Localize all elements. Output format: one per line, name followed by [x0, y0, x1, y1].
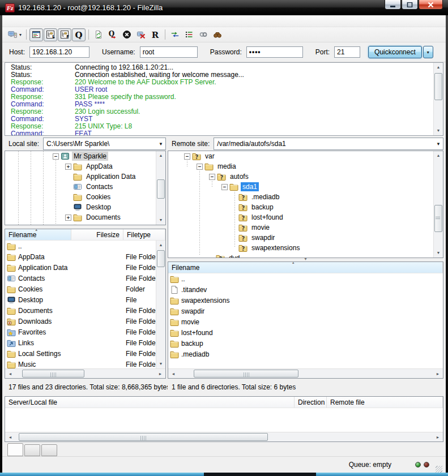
tree-item[interactable]: + Downloads — [5, 222, 165, 225]
toolbar-button[interactable]: Q — [72, 28, 86, 41]
scroll-down-icon[interactable]: ▼ — [156, 216, 165, 225]
tree-item[interactable]: − media — [168, 161, 443, 171]
tree-item[interactable]: ? movie — [168, 222, 443, 233]
scrollbar-thumb[interactable] — [157, 250, 165, 267]
port-input[interactable] — [334, 46, 360, 58]
quickconnect-dropdown-button[interactable]: ▼ — [423, 46, 433, 58]
expander-toggle[interactable]: − — [184, 153, 190, 160]
queue-tab[interactable] — [7, 443, 23, 456]
scroll-right-icon[interactable]: ► — [156, 369, 165, 378]
username-input[interactable] — [140, 46, 198, 58]
remote-site-combobox[interactable]: /var/media/autofs/sda1 ▼ — [214, 138, 443, 150]
scroll-left-icon[interactable]: ◄ — [169, 369, 178, 378]
close-button[interactable] — [419, 0, 443, 10]
file-row[interactable]: .titandev — [168, 284, 443, 295]
scroll-up-icon[interactable]: ▲ — [156, 241, 165, 250]
tree-item[interactable]: + Documents — [5, 212, 165, 222]
menu-item[interactable] — [46, 19, 57, 23]
expander-toggle[interactable]: + — [65, 225, 71, 226]
tree-item[interactable]: − ? var — [168, 151, 443, 161]
remote-tree-scrollbar[interactable]: ▲ ▼ — [433, 151, 443, 258]
remote-list-hscrollbar[interactable]: ◄ ► — [168, 368, 443, 378]
statusbar-icon[interactable] — [333, 460, 343, 469]
toolbar-button[interactable] — [197, 28, 210, 41]
menu-item[interactable] — [26, 19, 36, 23]
file-row[interactable]: movie — [168, 316, 443, 327]
menu-item[interactable] — [67, 19, 77, 23]
chevron-down-icon[interactable]: ▼ — [156, 141, 165, 147]
column-header[interactable]: ▲ Filename — [168, 262, 443, 273]
scroll-up-icon[interactable]: ▲ — [434, 151, 443, 160]
expander-toggle[interactable]: − — [221, 184, 228, 190]
column-header[interactable]: ▲ Filename — [5, 229, 71, 240]
column-header[interactable]: Server/Local file — [5, 397, 295, 408]
minimize-button[interactable] — [385, 0, 401, 10]
tree-item[interactable]: ? swapdir — [168, 233, 443, 243]
resize-grip[interactable] — [436, 466, 442, 473]
log-scrollbar[interactable]: ▲ ▼ — [433, 63, 443, 135]
scroll-left-icon[interactable]: ◄ — [6, 369, 15, 378]
scrollbar-thumb[interactable] — [157, 179, 165, 199]
file-row[interactable]: .mediadb — [168, 349, 443, 359]
menu-item[interactable] — [36, 19, 46, 23]
password-input[interactable] — [246, 46, 303, 58]
tree-item[interactable]: + AppData — [5, 161, 165, 171]
file-row[interactable]: Favorites File Folder — [5, 327, 165, 337]
file-row[interactable]: swapdir — [168, 306, 443, 316]
chevron-down-icon[interactable]: ▼ — [434, 141, 443, 147]
scroll-down-icon[interactable]: ▼ — [434, 248, 443, 258]
scroll-left-icon[interactable]: ◄ — [6, 432, 15, 441]
file-row[interactable]: Desktop File — [5, 294, 165, 305]
tree-item[interactable]: ? swapextensions — [168, 243, 443, 253]
toolbar-button[interactable] — [120, 28, 134, 41]
file-row[interactable]: Application Data File Folder — [5, 262, 165, 273]
tree-item[interactable]: − sda1 — [168, 182, 443, 192]
toolbar-button[interactable]: L — [44, 28, 57, 41]
local-list-vscrollbar[interactable]: ▲ ▼ — [156, 241, 165, 368]
queue-tab[interactable] — [24, 444, 40, 456]
column-header[interactable]: Filesize — [71, 229, 123, 240]
expander-toggle[interactable]: + — [65, 215, 71, 221]
scrollbar-thumb[interactable] — [434, 205, 442, 232]
expander-toggle[interactable]: − — [53, 153, 59, 160]
menu-item[interactable] — [57, 19, 67, 23]
file-row[interactable]: Cookies Folder — [5, 284, 165, 294]
expander-toggle[interactable]: + — [65, 164, 71, 170]
file-row[interactable]: Contacts File Folder — [5, 273, 165, 284]
file-row[interactable]: .. — [168, 273, 443, 284]
tree-item[interactable]: Cookies — [5, 192, 165, 202]
quickconnect-button[interactable]: Quickconnect — [368, 46, 422, 58]
host-input[interactable] — [29, 46, 89, 58]
toolbar-button[interactable]: R — [148, 28, 162, 41]
menu-item[interactable] — [77, 19, 87, 23]
scrollbar-thumb[interactable] — [19, 433, 268, 441]
expander-toggle[interactable]: − — [209, 174, 215, 180]
file-row[interactable]: Documents File Folder — [5, 305, 165, 316]
file-row[interactable]: .. — [5, 241, 165, 251]
toolbar-button[interactable] — [92, 28, 105, 41]
tree-item[interactable]: − Mr Sparkle — [5, 151, 165, 161]
tree-item[interactable]: − ? autofs — [168, 171, 443, 182]
scrollbar-thumb[interactable] — [434, 73, 442, 100]
toolbar-button[interactable] — [211, 28, 224, 41]
scroll-down-icon[interactable]: ▼ — [434, 126, 443, 135]
toolbar-button[interactable]: ▾ — [6, 28, 23, 41]
scroll-up-icon[interactable]: ▲ — [434, 63, 443, 72]
menu-item[interactable] — [6, 19, 16, 23]
local-site-combobox[interactable]: C:\Users\Mr Sparkle\ ▼ — [43, 138, 166, 150]
file-row[interactable]: backup — [168, 338, 443, 349]
file-row[interactable]: swapextensions — [168, 295, 443, 306]
file-row[interactable]: AppData File Folder — [5, 251, 165, 262]
maximize-button[interactable] — [402, 0, 418, 10]
toolbar-button[interactable]: F — [58, 28, 71, 41]
column-header[interactable]: Direction — [295, 397, 327, 408]
file-row[interactable]: Downloads File Folder — [5, 316, 165, 327]
file-row[interactable]: Links File Folder — [5, 337, 165, 348]
expander-toggle[interactable]: − — [197, 164, 203, 170]
tree-item[interactable]: ? .mediadb — [168, 192, 443, 202]
tree-item[interactable]: ? lost+found — [168, 212, 443, 222]
toolbar-button[interactable] — [168, 28, 182, 41]
tree-item[interactable]: ? backup — [168, 202, 443, 212]
scroll-up-icon[interactable]: ▲ — [156, 151, 165, 160]
local-list-hscrollbar[interactable]: ◄ ► — [5, 368, 165, 378]
